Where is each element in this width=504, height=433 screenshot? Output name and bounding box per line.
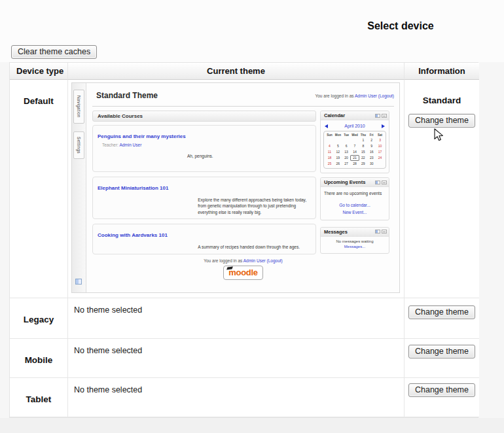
change-theme-button-legacy[interactable]: Change theme bbox=[408, 305, 475, 319]
calendar-empty-cell bbox=[376, 162, 384, 166]
calendar-day-name: Mon bbox=[334, 133, 342, 137]
theme-preview-image: Navigation Settings Standard Theme You a… bbox=[71, 82, 400, 293]
login-prefix: You are logged in as bbox=[315, 94, 354, 98]
calendar-day-name: Fri bbox=[367, 133, 376, 137]
calendar-date: 24 bbox=[376, 156, 384, 160]
column-header-current-theme: Current theme bbox=[68, 63, 405, 80]
device-type-legacy: Legacy bbox=[10, 298, 68, 339]
calendar-empty-cell bbox=[325, 138, 334, 143]
calendar-day-name: Wed bbox=[351, 133, 359, 137]
calendar-date: 1 bbox=[359, 138, 367, 143]
change-theme-button-default[interactable]: Change theme bbox=[408, 114, 475, 128]
new-event-link: New Event... bbox=[343, 210, 367, 215]
course-summary: A summary of recipes handed down through… bbox=[198, 244, 311, 250]
information-cell-legacy: Change theme bbox=[405, 298, 479, 339]
preview-course-list: Available Courses Penguins and their man… bbox=[92, 111, 316, 259]
calendar-date: 28 bbox=[351, 162, 359, 166]
preview-header-divider bbox=[92, 106, 394, 107]
current-theme-cell-legacy: No theme selected bbox=[68, 298, 405, 339]
block-dock-icon bbox=[375, 114, 380, 118]
clear-theme-caches-button[interactable]: Clear theme caches bbox=[11, 45, 97, 59]
select-device-page: Select device Clear theme caches Device … bbox=[0, 0, 504, 433]
login-user-link: Admin User bbox=[243, 258, 266, 263]
moodle-logo-text: moodle bbox=[228, 268, 257, 277]
go-to-calendar-link: Go to calendar... bbox=[339, 203, 370, 207]
calendar-date: 18 bbox=[325, 156, 334, 160]
preview-footer: You are logged in as Admin User (Logout)… bbox=[87, 258, 399, 280]
course-summary: Explore the many different approaches be… bbox=[198, 197, 311, 215]
preview-content: Standard Theme You are logged in as Admi… bbox=[87, 83, 399, 292]
calendar-date: 7 bbox=[351, 144, 359, 148]
calendar-date: 20 bbox=[342, 156, 351, 160]
course-summary: Ah, penguins. bbox=[187, 153, 311, 159]
calendar-date: 6 bbox=[342, 144, 351, 148]
page-margin-left bbox=[0, 62, 9, 418]
device-type-mobile: Mobile bbox=[10, 339, 68, 378]
calendar-date: 10 bbox=[376, 144, 384, 148]
device-type-tablet: Tablet bbox=[10, 378, 68, 417]
calendar-date: 22 bbox=[359, 156, 367, 160]
calendar-block: Calendar April 2010 bbox=[320, 111, 389, 173]
messages-block: Messages No messages waiting Messages... bbox=[320, 227, 389, 254]
calendar-date: 12 bbox=[334, 150, 342, 154]
course-title-link: Cooking with Aardvarks 101 bbox=[98, 232, 168, 238]
calendar-block-title: Calendar bbox=[324, 113, 374, 118]
calendar-date: 13 bbox=[342, 150, 351, 154]
block-dock-icon bbox=[375, 230, 380, 234]
calendar-date: 25 bbox=[325, 162, 334, 166]
course-box-elephant: Elephant Miniaturisation 101 Explore the… bbox=[92, 177, 316, 219]
teacher-label: Teacher: bbox=[102, 143, 118, 147]
block-collapse-icon bbox=[382, 230, 387, 234]
course-box-penguins: Penguins and their many mysteries Teache… bbox=[92, 125, 316, 172]
upcoming-events-block: Upcoming Events There are no upcoming ev… bbox=[320, 177, 389, 220]
logout-link: (Logout) bbox=[378, 94, 394, 98]
change-theme-button-tablet[interactable]: Change theme bbox=[408, 383, 475, 397]
information-cell-tablet: Change theme bbox=[405, 378, 479, 417]
calendar-date: 14 bbox=[351, 150, 359, 154]
calendar-date: 4 bbox=[325, 144, 334, 148]
change-theme-button-mobile[interactable]: Change theme bbox=[408, 345, 475, 358]
column-header-device-type: Device type bbox=[10, 63, 68, 80]
calendar-empty-cell bbox=[342, 138, 351, 143]
calendar-date: 29 bbox=[359, 162, 367, 166]
device-type-default: Default bbox=[10, 80, 68, 298]
calendar-date: 9 bbox=[367, 144, 376, 148]
calendar-month-link: April 2010 bbox=[328, 124, 382, 128]
teacher-link: Admin User bbox=[119, 143, 141, 147]
preview-login-info: You are logged in as Admin User (Logout) bbox=[315, 94, 394, 98]
device-theme-table: Device type Current theme Information De… bbox=[9, 62, 478, 418]
calendar-day-name: Tue bbox=[342, 133, 351, 137]
block-dock-icon bbox=[375, 181, 380, 184]
next-month-icon bbox=[382, 124, 385, 128]
upcoming-events-title: Upcoming Events bbox=[324, 179, 374, 185]
mouse-cursor-icon bbox=[434, 128, 444, 143]
moodle-logo: moodle bbox=[223, 266, 262, 280]
current-theme-name: Standard bbox=[405, 95, 479, 105]
messages-block-title: Messages bbox=[324, 229, 374, 235]
page-margin-right bbox=[478, 62, 504, 418]
current-theme-cell-default: Navigation Settings Standard Theme You a… bbox=[68, 80, 405, 298]
calendar-date: 30 bbox=[367, 162, 376, 166]
calendar-date: 5 bbox=[334, 144, 342, 148]
information-cell-mobile: Change theme bbox=[405, 339, 479, 378]
preview-navigation-tab: Navigation bbox=[73, 90, 84, 124]
calendar-day-name: Sat bbox=[376, 133, 384, 137]
preview-dock-icon bbox=[75, 279, 82, 285]
calendar-date: 19 bbox=[334, 156, 342, 160]
calendar-date: 21 bbox=[351, 156, 359, 160]
calendar-date: 16 bbox=[367, 150, 376, 154]
calendar-date: 3 bbox=[376, 138, 384, 143]
calendar-date: 23 bbox=[367, 156, 376, 160]
calendar-date: 26 bbox=[334, 162, 342, 166]
preview-side-blocks: Calendar April 2010 bbox=[320, 111, 389, 259]
block-collapse-icon bbox=[382, 181, 387, 184]
calendar-date: 8 bbox=[359, 144, 367, 148]
messages-link: Messages... bbox=[323, 245, 387, 249]
page-title: Select device bbox=[298, 20, 503, 32]
block-collapse-icon bbox=[382, 114, 387, 118]
calendar-day-name: Thu bbox=[359, 133, 367, 137]
calendar-empty-cell bbox=[334, 138, 342, 143]
information-cell-default: Standard Change theme bbox=[405, 80, 479, 298]
calendar-grid: SunMonTueWedThuFriSat1234567891011121314… bbox=[323, 131, 386, 169]
calendar-date: 2 bbox=[367, 138, 376, 143]
